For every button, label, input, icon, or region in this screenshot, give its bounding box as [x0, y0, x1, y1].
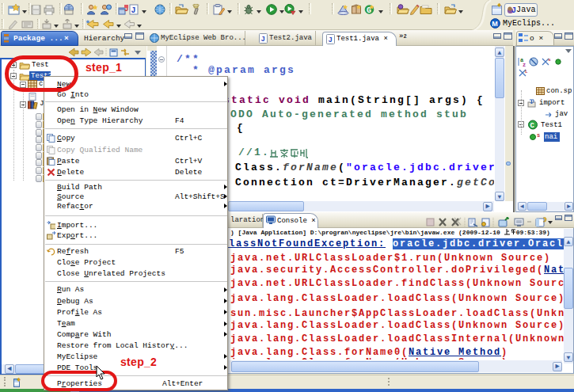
svg-text:L: L: [525, 69, 528, 74]
svg-text:J: J: [329, 36, 333, 44]
svg-text:J: J: [261, 36, 265, 44]
svg-text:s: s: [537, 132, 540, 139]
svg-text:M: M: [492, 20, 498, 28]
svg-text:z: z: [523, 62, 526, 67]
svg-text:C: C: [530, 122, 535, 130]
svg-text:s: s: [548, 57, 551, 63]
